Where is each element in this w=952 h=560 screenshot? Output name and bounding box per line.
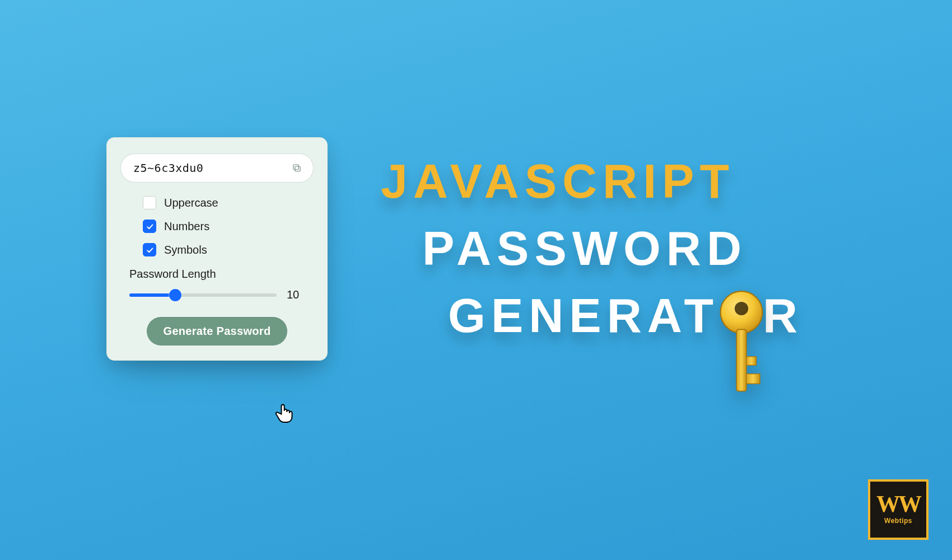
headline-line-1: JAVASCRIPT (381, 157, 803, 205)
svg-point-3 (735, 302, 748, 315)
headline-line-2: PASSWORD (422, 224, 803, 272)
generate-button[interactable]: Generate Password (147, 317, 288, 346)
key-icon (717, 290, 766, 401)
length-slider[interactable] (129, 293, 277, 297)
length-slider-fill (129, 293, 175, 297)
webtips-logo-mark: WW (876, 494, 920, 515)
option-label: Uppercase (164, 197, 218, 209)
headline-line-3: GENERAT (448, 291, 803, 339)
headline-line-3-pre: GENERAT (448, 291, 719, 339)
svg-rect-6 (746, 374, 760, 384)
checkbox-numbers[interactable] (143, 220, 156, 233)
option-symbols[interactable]: Symbols (143, 243, 314, 256)
length-slider-thumb[interactable] (169, 289, 181, 301)
length-slider-label: Password Length (129, 268, 305, 281)
headline-line-3-post: R (763, 291, 803, 339)
option-label: Symbols (164, 244, 207, 256)
svg-rect-5 (746, 357, 757, 365)
webtips-logo-text: Webtips (884, 517, 912, 525)
headline: JAVASCRIPT PASSWORD GENERAT (381, 157, 803, 339)
option-uppercase[interactable]: Uppercase (143, 196, 314, 209)
length-slider-value: 10 (287, 288, 305, 301)
svg-rect-0 (295, 166, 300, 171)
option-label: Numbers (164, 220, 209, 233)
checkbox-uppercase[interactable] (143, 196, 156, 209)
svg-rect-4 (736, 329, 746, 391)
password-generator-card: z5~6c3xdu0 Uppercase Numbers Symbols Pas… (106, 137, 328, 361)
password-output-value: z5~6c3xdu0 (133, 161, 285, 175)
options-list: Uppercase Numbers Symbols (143, 196, 314, 256)
password-output-field: z5~6c3xdu0 (120, 153, 314, 183)
checkbox-symbols[interactable] (143, 243, 156, 256)
webtips-logo: WW Webtips (868, 479, 928, 540)
length-slider-block: Password Length 10 (129, 268, 305, 301)
svg-rect-1 (293, 165, 298, 170)
copy-icon[interactable] (291, 162, 303, 174)
option-numbers[interactable]: Numbers (143, 220, 314, 233)
cursor-hand-icon (273, 401, 297, 424)
